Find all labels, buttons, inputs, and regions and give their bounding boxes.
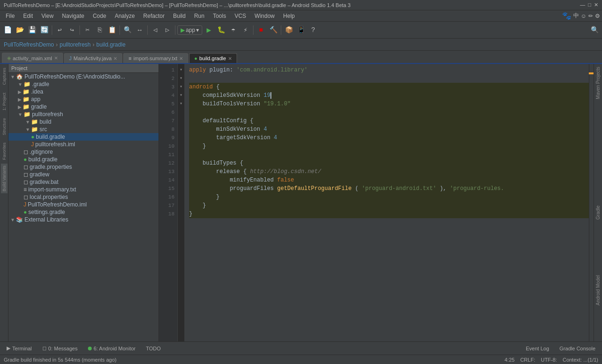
save-all-button[interactable]: 💾 (26, 24, 38, 36)
fold-marker[interactable]: ▾ (178, 83, 184, 91)
find-button[interactable]: 🔍 (122, 24, 133, 36)
tree-item-app[interactable]: ▶ 📁 app (8, 95, 158, 103)
sync-button[interactable]: 🔄 (39, 24, 50, 36)
tree-item-gitignore[interactable]: ◻ .gitignore (8, 148, 158, 156)
menu-edit[interactable]: Edit (19, 12, 37, 20)
new-button[interactable]: 📄 (2, 24, 13, 36)
tree-item-pulltorefresh[interactable]: ▼ 📁 pulltorefresh (8, 111, 158, 118)
tree-item-gradlew[interactable]: ◻ gradlew (8, 171, 158, 178)
line-ending[interactable]: CRLF: (520, 357, 535, 363)
tree-item-settings-gradle[interactable]: ● settings.gradle (8, 208, 158, 216)
tab-mainactivity[interactable]: J MainActivity.java ✕ (64, 53, 123, 63)
menu-file[interactable]: File (2, 12, 18, 20)
tree-item-gradle-folder[interactable]: ▼ 📁 .gradle (8, 80, 158, 88)
tree-item-gradle-dir[interactable]: ▶ 📁 gradle (8, 103, 158, 111)
tab-close-button[interactable]: ✕ (54, 55, 58, 61)
profile-button[interactable]: ⚡ (240, 24, 251, 36)
tree-item-import-summary[interactable]: ≡ import-summary.txt (8, 186, 158, 193)
stop-button[interactable]: ■ (255, 24, 267, 36)
sdk-manager-button[interactable]: 📦 (283, 24, 294, 36)
breadcrumb-module[interactable]: pulltorefresh (60, 41, 91, 48)
tree-item-pulltorefreshdemo-iml[interactable]: J PullToRefreshDemo.iml (8, 201, 158, 208)
menu-refactor[interactable]: Refactor (140, 12, 168, 20)
captures-panel-label[interactable]: Captures (1, 64, 8, 89)
todo-tab[interactable]: TODO (141, 344, 166, 353)
coverage-button[interactable]: ☂ (228, 24, 239, 36)
menu-vcs[interactable]: VCS (231, 12, 250, 20)
tab-activity-main[interactable]: ◈ activity_main.xml ✕ (2, 53, 63, 63)
fold-marker[interactable]: ▾ (178, 91, 184, 100)
fold-marker[interactable]: ▾ (178, 74, 184, 83)
tree-label: settings.gradle (28, 209, 65, 215)
minimize-button[interactable]: — (580, 2, 585, 8)
menu-window[interactable]: Window (251, 12, 278, 20)
favorites-panel-label[interactable]: Favorites (1, 139, 8, 164)
messages-tab[interactable]: ◻ 0: Messages (38, 344, 82, 353)
tree-item-gradlew-bat[interactable]: ◻ gradlew.bat (8, 178, 158, 186)
tree-item-pulltorefresh-iml[interactable]: J pulltorefresh.iml (8, 141, 158, 148)
forward-button[interactable]: ▷ (162, 24, 173, 36)
scrollbar-overview[interactable] (589, 64, 594, 341)
build-button[interactable]: 🔨 (268, 24, 279, 36)
gradle-label[interactable]: Gradle (594, 203, 602, 222)
copy-button[interactable]: ⎘ (94, 24, 105, 36)
back-button[interactable]: ◁ (150, 24, 161, 36)
tree-item-external-libraries[interactable]: ▼ 📚 External Libraries (8, 216, 158, 223)
tree-arrow: ▼ (10, 217, 15, 222)
breadcrumb-root[interactable]: PullToRefreshDemo (4, 41, 54, 48)
fold-marker[interactable]: ▾ (178, 100, 184, 108)
menu-tools[interactable]: Tools (209, 12, 230, 20)
menu-help[interactable]: Help (279, 12, 299, 20)
tree-item-root[interactable]: ▼ 🏠 PullToRefreshDemo (E:\AndroidStudio.… (8, 73, 158, 80)
replace-button[interactable]: ↔ (134, 24, 145, 36)
tree-item-build-gradle-root[interactable]: ● build.gradle (8, 156, 158, 163)
tree-item-local-properties[interactable]: ◻ local.properties (8, 193, 158, 201)
tree-item-build[interactable]: ▼ 📁 build (8, 118, 158, 126)
tab-close-button[interactable]: ✕ (179, 56, 183, 61)
project-panel-label[interactable]: 1: Project (1, 89, 8, 114)
tree-item-src[interactable]: ▼ 📁 src (8, 126, 158, 133)
run-config-dropdown[interactable]: ▶ app ▾ (177, 25, 202, 35)
run-button[interactable]: ▶ (203, 24, 214, 36)
tree-item-build-gradle-selected[interactable]: ● build.gradle (8, 133, 158, 141)
android-model-label[interactable]: Android Model (594, 272, 602, 308)
open-button[interactable]: 📂 (14, 24, 25, 36)
code-line-3: android { (189, 83, 589, 91)
tree-item-gradle-properties[interactable]: ◻ gradle.properties (8, 163, 158, 171)
search-everything-button[interactable]: 🔍 (589, 24, 600, 36)
gear-icon[interactable]: ⚙ (595, 13, 600, 19)
avd-manager-button[interactable]: 📱 (295, 24, 307, 36)
menu-navigate[interactable]: Navigate (58, 12, 88, 20)
menu-build[interactable]: Build (169, 12, 190, 20)
build-variants-label[interactable]: Build Variants (1, 164, 8, 193)
tab-close-button[interactable]: ✕ (113, 56, 117, 61)
undo-button[interactable]: ↩ (54, 24, 65, 36)
close-button[interactable]: ✕ (594, 2, 598, 8)
paste-button[interactable]: 📋 (106, 24, 118, 36)
help-button[interactable]: ? (308, 24, 319, 36)
tab-close-button[interactable]: ✕ (228, 56, 232, 61)
event-log-tab[interactable]: Event Log (521, 344, 554, 353)
fold-marker[interactable]: ▾ (178, 66, 184, 74)
structure-panel-label[interactable]: Structure (1, 114, 8, 139)
tree-item-idea[interactable]: ▶ 📁 .idea (8, 88, 158, 95)
maven-projects-label[interactable]: Maven Projects (594, 64, 602, 102)
cursor-position[interactable]: 4:25 (505, 357, 515, 363)
breadcrumb-file[interactable]: build.gradle (96, 41, 126, 48)
menu-view[interactable]: View (38, 12, 57, 20)
android-monitor-tab[interactable]: 6: Android Monitor (83, 344, 140, 353)
cut-button[interactable]: ✂ (82, 24, 93, 36)
editor-content[interactable]: apply plugin: 'com.android.library' andr… (184, 64, 589, 341)
debug-button[interactable]: 🐛 (215, 24, 227, 36)
tab-build-gradle[interactable]: ● build.gradle ✕ (189, 53, 237, 63)
tab-import-summary[interactable]: ≡ import-summary.txt ✕ (123, 53, 188, 63)
gradle-console-tab[interactable]: Gradle Console (555, 344, 600, 353)
encoding[interactable]: UTF-8: (541, 357, 557, 363)
menu-analyze[interactable]: Analyze (111, 12, 139, 20)
menu-run[interactable]: Run (190, 12, 208, 20)
maximize-button[interactable]: □ (588, 2, 591, 8)
redo-button[interactable]: ↪ (66, 24, 78, 36)
menu-code[interactable]: Code (89, 12, 110, 20)
tree-label: local.properties (30, 194, 68, 200)
terminal-tab[interactable]: ▶ Terminal (2, 344, 37, 353)
